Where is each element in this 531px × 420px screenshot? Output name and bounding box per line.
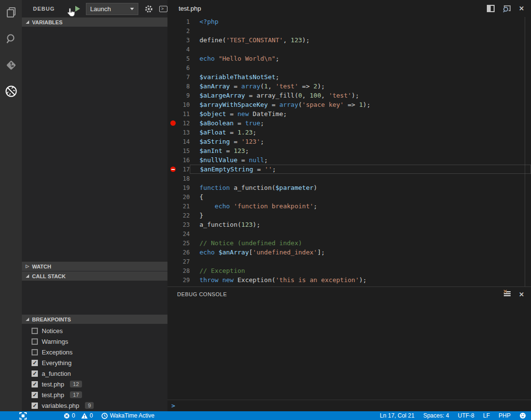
code-text[interactable]: $variableThatsNotSet; — [190, 72, 531, 82]
breakpoint-gutter[interactable] — [167, 120, 178, 126]
breakpoint-item[interactable]: ✓test.php12 — [22, 379, 167, 389]
code-text[interactable] — [190, 174, 531, 183]
code-line-28[interactable]: 28// Exception — [167, 266, 531, 275]
code-text[interactable] — [190, 257, 531, 266]
code-line-21[interactable]: 21 echo 'function breakpoint'; — [167, 202, 531, 211]
code-text[interactable] — [190, 45, 531, 54]
code-line-9[interactable]: 9$aLargeArray = array_fill(0, 100, 'test… — [167, 91, 531, 100]
code-line-3[interactable]: 3define('TEST_CONSTANT', 123); — [167, 35, 531, 45]
code-text[interactable]: $object = new DateTime; — [190, 109, 531, 118]
open-preview-icon[interactable] — [502, 5, 511, 13]
code-line-5[interactable]: 5echo "Hello World\n"; — [167, 54, 531, 63]
console-input-row[interactable]: > — [167, 400, 531, 411]
breakpoint-checkbox[interactable] — [32, 349, 38, 355]
problems-indicator[interactable]: 0 0 — [64, 412, 93, 419]
code-line-14[interactable]: 14$aString = '123'; — [167, 137, 531, 146]
code-line-7[interactable]: 7$variableThatsNotSet; — [167, 72, 531, 82]
code-line-17[interactable]: 17$anEmptyString = ''; — [167, 165, 531, 174]
code-text[interactable]: } — [190, 211, 531, 220]
code-text[interactable]: $anArray = array(1, 'test' => 2); — [190, 82, 531, 91]
code-text[interactable]: $anEmptyString = ''; — [190, 165, 531, 174]
code-line-24[interactable]: 24 — [167, 229, 531, 238]
breakpoint-item[interactable]: ✓a_function — [22, 368, 167, 379]
code-line-4[interactable]: 4 — [167, 45, 531, 54]
language-mode[interactable]: PHP — [498, 412, 511, 419]
code-text[interactable]: function a_function($parameter) — [190, 183, 531, 192]
explorer-icon[interactable] — [4, 6, 18, 19]
code-text[interactable]: throw new Exception('this is an exceptio… — [190, 275, 531, 285]
code-line-16[interactable]: 16$nullValue = null; — [167, 155, 531, 165]
code-text[interactable] — [190, 26, 531, 35]
eol-setting[interactable]: LF — [483, 412, 490, 419]
code-text[interactable] — [190, 63, 531, 72]
status-square-icon[interactable] — [19, 412, 27, 420]
code-line-27[interactable]: 27 — [167, 257, 531, 266]
code-text[interactable]: $arrayWithSpaceKey = array('space key' =… — [190, 100, 531, 109]
close-editor-icon[interactable]: ✕ — [519, 5, 524, 12]
breakpoint-checkbox[interactable]: ✓ — [32, 403, 38, 409]
code-line-13[interactable]: 13$aFloat = 1.23; — [167, 128, 531, 137]
code-text[interactable]: { — [190, 192, 531, 202]
section-header-callstack[interactable]: CALL STACK — [22, 271, 167, 281]
open-debug-console-icon[interactable]: > — [159, 6, 167, 12]
debug-console-tab[interactable]: DEBUG CONSOLE — [177, 291, 227, 297]
code-text[interactable]: a_function(123); — [190, 220, 531, 229]
code-text[interactable]: $nullValue = null; — [190, 155, 531, 165]
code-text[interactable]: $aBoolean = true; — [190, 118, 531, 128]
encoding-setting[interactable]: UTF-8 — [458, 412, 474, 419]
code-line-8[interactable]: 8$anArray = array(1, 'test' => 2); — [167, 82, 531, 91]
code-line-6[interactable]: 6 — [167, 63, 531, 72]
code-text[interactable] — [190, 229, 531, 238]
breakpoint-gutter[interactable] — [167, 167, 178, 172]
code-line-23[interactable]: 23a_function(123); — [167, 220, 531, 229]
split-editor-icon[interactable] — [487, 5, 495, 12]
breakpoint-checkbox[interactable]: ✓ — [32, 392, 38, 398]
code-editor[interactable]: 1<?php23define('TEST_CONSTANT', 123);45e… — [167, 17, 531, 286]
search-icon[interactable] — [4, 32, 18, 46]
breakpoint-checkbox[interactable] — [32, 338, 38, 345]
section-header-watch[interactable]: ▷ WATCH — [22, 262, 167, 271]
breakpoint-item[interactable]: ✓test.php17 — [22, 389, 167, 400]
configure-gear-icon[interactable] — [145, 5, 153, 13]
wakatime-status[interactable]: WakaTime Active — [101, 412, 154, 419]
close-panel-icon[interactable]: ✕ — [519, 291, 524, 298]
section-header-breakpoints[interactable]: BREAKPOINTS — [22, 315, 167, 324]
debug-icon[interactable] — [4, 84, 18, 98]
code-text[interactable]: $anInt = 123; — [190, 146, 531, 155]
code-line-22[interactable]: 22} — [167, 211, 531, 220]
clear-console-icon[interactable] — [503, 290, 511, 299]
code-text[interactable]: // Notice (undefined index) — [190, 238, 531, 248]
code-text[interactable]: $aFloat = 1.23; — [190, 128, 531, 137]
breakpoint-checkbox[interactable]: ✓ — [32, 360, 38, 366]
code-line-18[interactable]: 18 — [167, 174, 531, 183]
breakpoint-checkbox[interactable]: ✓ — [32, 370, 38, 377]
breakpoint-item[interactable]: Exceptions — [22, 347, 167, 357]
start-debug-button[interactable] — [75, 6, 80, 12]
code-line-2[interactable]: 2 — [167, 26, 531, 35]
code-line-12[interactable]: 12$aBoolean = true; — [167, 118, 531, 128]
code-text[interactable]: <?php — [190, 17, 531, 26]
code-line-25[interactable]: 25// Notice (undefined index) — [167, 238, 531, 248]
code-line-11[interactable]: 11$object = new DateTime; — [167, 109, 531, 118]
code-line-10[interactable]: 10$arrayWithSpaceKey = array('space key'… — [167, 100, 531, 109]
code-line-15[interactable]: 15$anInt = 123; — [167, 146, 531, 155]
code-line-19[interactable]: 19function a_function($parameter) — [167, 183, 531, 192]
code-text[interactable]: $aLargeArray = array_fill(0, 100, 'test'… — [190, 91, 531, 100]
breakpoint-checkbox[interactable] — [32, 328, 38, 334]
debug-config-dropdown[interactable]: Launch — [86, 3, 138, 15]
source-control-icon[interactable] — [4, 58, 18, 72]
code-line-1[interactable]: 1<?php — [167, 17, 531, 26]
cursor-position[interactable]: Ln 17, Col 21 — [380, 412, 415, 419]
breakpoint-item[interactable]: ✓Everything — [22, 357, 167, 368]
code-line-26[interactable]: 26echo $anArray['undefined_index']; — [167, 248, 531, 257]
indentation-setting[interactable]: Spaces: 4 — [423, 412, 449, 419]
code-line-29[interactable]: 29throw new Exception('this is an except… — [167, 275, 531, 285]
breakpoint-item[interactable]: Warnings — [22, 336, 167, 347]
breakpoint-item[interactable]: Notices — [22, 325, 167, 336]
code-text[interactable]: echo $anArray['undefined_index']; — [190, 248, 531, 257]
code-text[interactable]: echo 'function breakpoint'; — [190, 202, 531, 211]
section-header-variables[interactable]: VARIABLES — [22, 17, 167, 27]
disabled-breakpoint-icon[interactable] — [170, 167, 176, 172]
feedback-smiley-icon[interactable] — [519, 412, 526, 419]
code-text[interactable]: echo "Hello World\n"; — [190, 54, 531, 63]
